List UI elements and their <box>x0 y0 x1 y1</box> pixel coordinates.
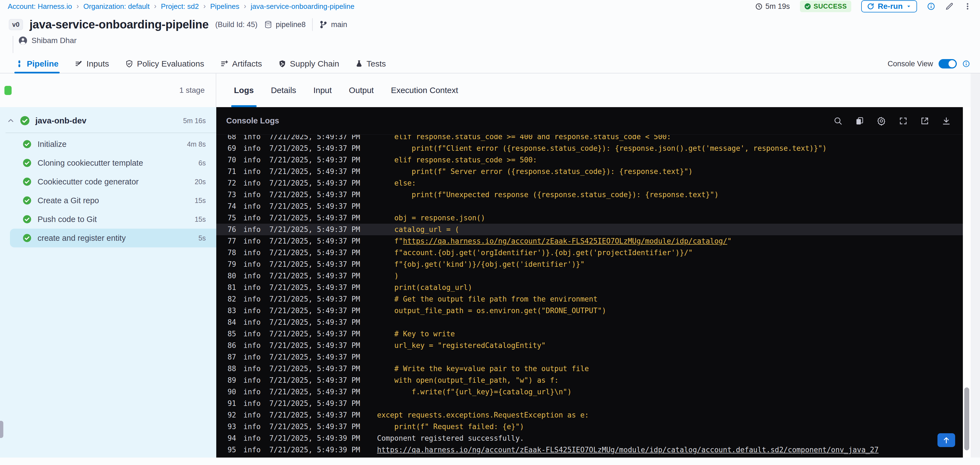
tab-artifacts[interactable]: Artifacts <box>220 55 262 73</box>
log-line: 74info7/21/2025, 5:49:37 PM <box>216 200 970 212</box>
log-line: 88info7/21/2025, 5:49:37 PM # Write the … <box>216 363 970 375</box>
settings-icon[interactable] <box>877 116 886 125</box>
stage-row-java-onb-dev[interactable]: java-onb-dev 5m 16s <box>0 111 216 130</box>
log-line-number: 74 <box>223 202 236 210</box>
info-icon[interactable] <box>963 60 970 68</box>
edit-pencil-icon[interactable] <box>945 2 953 11</box>
log-line: 70info7/21/2025, 5:49:37 PM elif respons… <box>216 154 970 166</box>
breadcrumb-separator: › <box>203 2 206 11</box>
log-text: Component registered successfully. <box>377 434 524 442</box>
log-tab-logs[interactable]: Logs <box>234 73 255 107</box>
log-line-number: 94 <box>223 434 236 442</box>
log-text-segment: elif response.status_code >= 500: <box>377 156 537 164</box>
scrollbar-thumb[interactable] <box>964 387 969 451</box>
tab-tests[interactable]: Tests <box>355 55 386 73</box>
log-text-segment: Component registered successfully. <box>377 434 524 442</box>
step-row-create-and-register-entity[interactable]: create and register entity5s <box>10 229 216 248</box>
log-text-segment: with open(output_file_path, "w") as f: <box>377 376 558 384</box>
step-label: Initialize <box>38 140 181 149</box>
tab-pipeline[interactable]: Pipeline <box>16 55 59 73</box>
log-line-number: 72 <box>223 179 236 187</box>
log-text: f.write(f"{url_key}={catalog_url}\n") <box>377 388 571 396</box>
log-link[interactable]: https://qa.harness.io/ng/account/zEaak-F… <box>403 237 727 245</box>
log-line-number: 90 <box>223 388 236 396</box>
left-panel-handle[interactable] <box>0 421 3 438</box>
pipeline-version-badge: v0 <box>9 19 23 30</box>
log-level: info <box>243 330 264 338</box>
console-log-body[interactable]: 68info7/21/2025, 5:49:37 PM elif respons… <box>216 135 970 457</box>
repository-info[interactable]: </> pipeline8 <box>264 21 305 29</box>
breadcrumb-item-java-service-onboarding-pipeline[interactable]: java-service-onboarding-pipeline <box>251 2 355 11</box>
log-text-segment: ) <box>377 272 399 280</box>
log-line: 76info7/21/2025, 5:49:37 PM catalog_url … <box>216 224 970 235</box>
log-line: 83info7/21/2025, 5:49:37 PM output_file_… <box>216 305 970 316</box>
log-link[interactable]: https://qa.harness.io/ng/account/zEaak-F… <box>377 446 879 454</box>
log-level: info <box>243 376 264 384</box>
step-label: Create a Git repo <box>38 196 189 205</box>
log-line: 85info7/21/2025, 5:49:37 PM # Key to wri… <box>216 328 970 340</box>
execution-content: 1 stage java-onb-dev 5m 16s Initialize4m… <box>0 73 980 457</box>
log-line: 95info7/21/2025, 5:49:39 PMhttps://qa.ha… <box>216 444 970 455</box>
log-timestamp: 7/21/2025, 5:49:37 PM <box>269 306 366 315</box>
log-line-number: 85 <box>223 330 236 338</box>
copy-icon[interactable] <box>855 116 864 125</box>
log-text: print(f"Client error ({response.status_c… <box>377 144 827 152</box>
log-line-number: 91 <box>223 399 236 408</box>
log-line: 86info7/21/2025, 5:49:37 PM url_key = "r… <box>216 340 970 351</box>
log-text-segment: elif response.status_code >= 400 and res… <box>377 135 671 141</box>
author-row: Shibam Dhar <box>0 33 980 48</box>
more-options-icon[interactable] <box>963 2 972 11</box>
log-level: info <box>243 353 264 361</box>
step-row-cloning-cookiecutter-template[interactable]: Cloning cookiecutter template6s <box>10 154 216 172</box>
chevron-up-icon[interactable] <box>7 117 14 124</box>
log-text: # Key to write <box>377 330 455 338</box>
console-title: Console Logs <box>226 116 279 125</box>
search-icon[interactable] <box>834 116 842 125</box>
log-level: info <box>243 341 264 349</box>
log-timestamp: 7/21/2025, 5:49:37 PM <box>269 272 366 280</box>
fullscreen-icon[interactable] <box>899 116 908 125</box>
log-text: elif response.status_code >= 400 and res… <box>377 135 671 141</box>
info-icon[interactable] <box>927 2 935 11</box>
download-icon[interactable] <box>942 116 951 125</box>
log-line-number: 79 <box>223 260 236 268</box>
console-toolbar <box>834 116 951 125</box>
log-tab-output[interactable]: Output <box>348 73 374 107</box>
success-check-icon <box>804 3 811 10</box>
step-row-cookiecutter-code-generator[interactable]: Cookiecutter code generator20s <box>10 172 216 191</box>
console-scrollbar[interactable] <box>963 107 970 457</box>
step-row-initialize[interactable]: Initialize4m 8s <box>10 135 216 154</box>
breadcrumb-item-pipelines[interactable]: Pipelines <box>210 2 239 11</box>
log-text: https://qa.harness.io/ng/account/zEaak-F… <box>377 446 879 454</box>
open-in-new-icon[interactable] <box>920 116 929 125</box>
re-run-button[interactable]: Re-run <box>861 0 917 13</box>
breadcrumb-separator: › <box>243 2 246 11</box>
console-view-toggle[interactable] <box>939 59 957 68</box>
log-text: f"{obj.get('kind')}/{obj.get('identifier… <box>377 260 584 268</box>
log-level: info <box>243 260 264 268</box>
log-tab-execution-context[interactable]: Execution Context <box>390 73 458 107</box>
chevron-down-icon <box>906 3 912 9</box>
log-timestamp: 7/21/2025, 5:49:37 PM <box>269 260 366 268</box>
breadcrumb-item-project-sd2[interactable]: Project: sd2 <box>161 2 199 11</box>
tab-policy-evaluations[interactable]: Policy Evaluations <box>125 55 204 73</box>
log-level: info <box>243 446 264 454</box>
scroll-to-top-button[interactable] <box>937 433 955 447</box>
tab-inputs[interactable]: Inputs <box>75 55 109 73</box>
log-text-segment: url_key = "registeredCatalogEntity" <box>377 341 546 349</box>
log-text-segment: f.write(f"{url_key}={catalog_url}\n") <box>377 388 571 396</box>
tab-label: Supply Chain <box>290 59 339 68</box>
breadcrumb-item-account-harness-io[interactable]: Account: Harness.io <box>8 2 72 11</box>
log-tab-input[interactable]: Input <box>313 73 332 107</box>
log-level: info <box>243 306 264 315</box>
log-lines: 68info7/21/2025, 5:49:37 PM elif respons… <box>216 135 970 455</box>
tab-supply-chain[interactable]: Supply Chain <box>278 55 339 73</box>
step-row-create-a-git-repo[interactable]: Create a Git repo15s <box>10 191 216 210</box>
step-row-push-code-to-git[interactable]: Push code to Git15s <box>10 210 216 229</box>
breadcrumb-item-organization-default[interactable]: Organization: default <box>83 2 150 11</box>
log-line: 81info7/21/2025, 5:49:37 PM print(catalo… <box>216 282 970 293</box>
log-tab-details[interactable]: Details <box>270 73 297 107</box>
log-line-number: 86 <box>223 341 236 349</box>
branch-info[interactable]: main <box>319 21 347 29</box>
tab-label: Inputs <box>86 59 109 68</box>
